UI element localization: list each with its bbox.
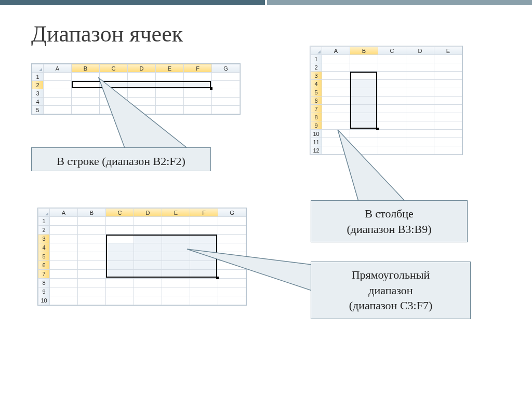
callout-column-range: В столбце (диапазон B3:B9)	[311, 200, 468, 242]
cell-E10	[162, 296, 190, 305]
cell-A2	[50, 226, 78, 235]
col-header-B: B	[350, 47, 378, 55]
cell-B10	[350, 130, 378, 138]
cell-B8	[350, 113, 378, 121]
cell-D5	[134, 252, 162, 261]
cell-B4	[350, 80, 378, 88]
cell-G6	[218, 261, 246, 270]
slide: Диапазон ячеек ABCDEFG12345 ABCDE1234567…	[0, 0, 532, 398]
cell-C2	[100, 81, 128, 89]
cell-C6	[106, 261, 134, 270]
cell-C1	[100, 73, 128, 81]
col-header-E: E	[162, 209, 190, 217]
cell-B5	[72, 106, 100, 114]
cell-F9	[190, 287, 218, 296]
cell-C3	[378, 72, 406, 80]
cell-F3	[184, 89, 212, 98]
cell-F2	[184, 81, 212, 89]
row-header-3: 3	[311, 72, 322, 80]
cell-E9	[162, 287, 190, 296]
row-header-9: 9	[311, 121, 322, 130]
cell-C3	[100, 89, 128, 98]
cell-D2	[134, 226, 162, 235]
cell-D7	[134, 270, 162, 279]
cell-F5	[190, 252, 218, 261]
cell-A3	[322, 72, 350, 80]
cell-D1	[134, 217, 162, 226]
cell-A2	[44, 81, 72, 89]
cell-C8	[106, 279, 134, 287]
cell-D4	[134, 243, 162, 252]
excel-row-range: ABCDEFG12345	[31, 63, 241, 115]
page-title: Диапазон ячеек	[31, 21, 511, 47]
cell-E6	[434, 97, 462, 105]
cell-E5	[162, 252, 190, 261]
cell-C11	[378, 138, 406, 146]
selection-handle	[376, 128, 379, 130]
cell-D6	[134, 261, 162, 270]
cell-F1	[190, 217, 218, 226]
cell-B7	[78, 270, 106, 279]
cell-B5	[350, 88, 378, 97]
cell-G1	[212, 73, 240, 81]
callout-text-line1: Прямоугольный	[352, 268, 430, 281]
cell-A8	[322, 113, 350, 121]
row-header-7: 7	[311, 105, 322, 113]
cell-A5	[322, 88, 350, 97]
cell-B6	[350, 97, 378, 105]
cell-C8	[378, 113, 406, 121]
cell-B10	[78, 296, 106, 305]
cell-A4	[50, 243, 78, 252]
cell-E2	[434, 63, 462, 72]
cell-G4	[218, 243, 246, 252]
cell-D2	[406, 63, 434, 72]
cell-E2	[162, 226, 190, 235]
col-header-F: F	[184, 64, 212, 73]
excel-rect-range: ABCDEFG12345678910	[37, 208, 247, 306]
cell-D1	[406, 55, 434, 63]
row-header-9: 9	[38, 287, 50, 296]
cell-C1	[106, 217, 134, 226]
col-header-E: E	[156, 64, 184, 73]
cell-E7	[434, 105, 462, 113]
cell-E11	[434, 138, 462, 146]
cell-C5	[106, 252, 134, 261]
row-header-6: 6	[311, 97, 322, 105]
cell-B1	[78, 217, 106, 226]
row-header-10: 10	[311, 130, 322, 138]
row-header-2: 2	[32, 81, 44, 89]
row-header-4: 4	[38, 243, 50, 252]
cell-B2	[350, 63, 378, 72]
cell-A5	[50, 252, 78, 261]
cell-E3	[156, 89, 184, 98]
cell-D6	[406, 97, 434, 105]
cell-F6	[190, 261, 218, 270]
cell-D2	[128, 81, 156, 89]
cell-C2	[106, 226, 134, 235]
cell-C7	[106, 270, 134, 279]
cell-A1	[44, 73, 72, 81]
cell-F4	[190, 243, 218, 252]
col-header-D: D	[128, 64, 156, 73]
cell-B11	[350, 138, 378, 146]
cell-A1	[50, 217, 78, 226]
cell-D3	[134, 235, 162, 243]
cell-A10	[322, 130, 350, 138]
cell-E4	[156, 98, 184, 106]
cell-B6	[78, 261, 106, 270]
cell-B2	[72, 81, 100, 89]
callout-rect-range: Прямоугольный диапазон (диапазон C3:F7)	[311, 262, 471, 319]
row-header-2: 2	[311, 63, 322, 72]
cell-G9	[218, 287, 246, 296]
cell-D5	[128, 106, 156, 114]
selection-handle	[216, 277, 219, 279]
row-header-12: 12	[311, 146, 322, 155]
cell-A2	[322, 63, 350, 72]
cell-B1	[72, 73, 100, 81]
cell-B2	[78, 226, 106, 235]
cell-C2	[378, 63, 406, 72]
cell-D4	[406, 80, 434, 88]
cell-D9	[406, 121, 434, 130]
row-header-1: 1	[311, 55, 322, 63]
cell-D8	[406, 113, 434, 121]
